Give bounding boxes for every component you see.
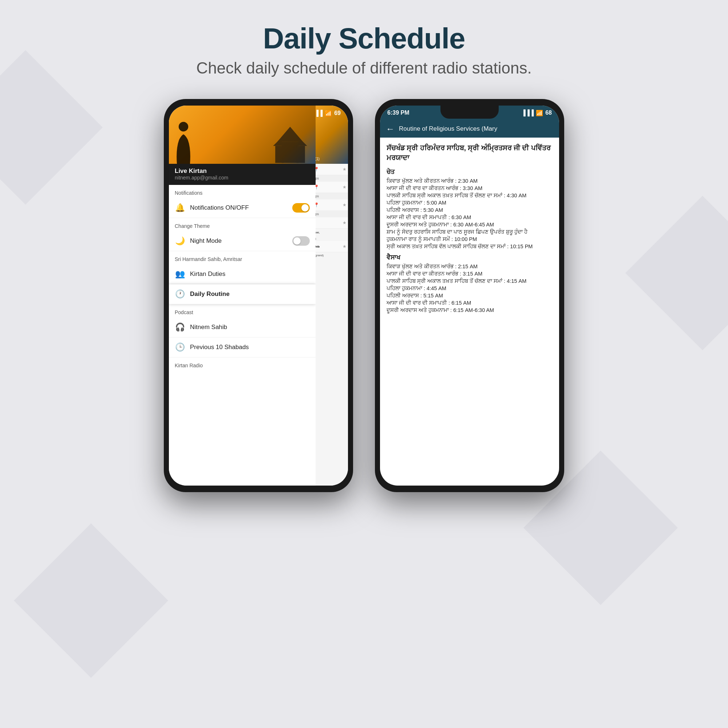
change-theme-label: Change Theme [169, 218, 316, 231]
section-heading-0: ਚੇਤ [387, 168, 552, 176]
phone-right-screen: 6:39 PM ▐▐▐ 📶 68 ← Routine of Religious … [380, 106, 559, 486]
schedule-line: ਪਾਲਕੀ ਸਾਹਿਬ ਸ੍ਰੀ ਅਕਾਲ ਤਖ਼ਤ ਸਾਹਿਬ ਤੋਂ ਚੱਲ… [387, 278, 552, 284]
right-status-time: 6:39 PM [387, 110, 409, 116]
svg-rect-14 [297, 146, 305, 163]
phones-container: 6:33 PM ▐▐▐ 📶 69 [0, 92, 728, 499]
svg-rect-12 [275, 146, 284, 163]
section-0-content: ਕਿਵਾੜ ਖੁੱਲਣ ਅਤੇ ਕੀਰਤਨ ਆਰੰਭ : 2:30 AMਆਸਾ … [387, 178, 552, 250]
night-mode-label: Night Mode [190, 237, 222, 245]
bg-decoration-3 [14, 523, 168, 678]
notifications-toggle[interactable] [292, 203, 310, 213]
notifications-toggle-item[interactable]: 🔔 Notifications ON/OFF [169, 198, 316, 218]
night-mode-thumb [294, 237, 301, 245]
drawer-person-silhouette [173, 120, 194, 164]
section-heading-1: ਵੈਸਾਖ [387, 254, 552, 262]
bell-icon: 🔔 [175, 203, 185, 213]
right-wifi-icon: 📶 [536, 110, 543, 116]
page-title: Daily Schedule [0, 22, 728, 55]
schedule-line: ਸ੍ਰੀ ਅਕਾਲ ਤਖ਼ਤ ਸਾਹਿਬ ਵੱਲ ਪਾਲਕੀ ਸਾਹਿਬ ਚੱਲ… [387, 243, 552, 250]
phone-right: 6:39 PM ▐▐▐ 📶 68 ← Routine of Religious … [375, 99, 564, 492]
previous-shabads-label: Previous 10 Shabads [190, 344, 249, 351]
toggle-thumb [301, 204, 309, 211]
schedule-line: ਪਹਿਲਾ ਹੁਕਮਨਾਮਾ : 4:45 AM [387, 285, 552, 292]
schedule-line: ਕਿਵਾੜ ਖੁੱਲਣ ਅਤੇ ਕੀਰਤਨ ਆਰੰਭ : 2:15 AM [387, 263, 552, 270]
schedule-line: ਸ਼ਾਮ ਨੂੰ ਸੋਦਰੁ ਰਹਰਾਸਿ ਸਾਹਿਬ ਦਾ ਪਾਠ ਸੂਰਜ … [387, 229, 552, 235]
right-status-icons: ▐▐▐ 📶 68 [521, 110, 552, 116]
schedule-line: ਆਸਾ ਜੀ ਦੀ ਵਾਰ ਦਾ ਕੀਰਤਨ ਆਰੰਭ : 3:15 AM [387, 271, 552, 277]
previous-shabads-item[interactable]: 🕒 Previous 10 Shabads [169, 337, 316, 358]
drawer-header-image [169, 106, 316, 164]
back-arrow-icon[interactable]: ← [386, 124, 395, 134]
nitnem-sahib-label: Nitnem Sahib [190, 324, 227, 331]
kirtan-duties-label: Kirtan Duties [190, 271, 225, 278]
night-mode-item[interactable]: 🌙 Night Mode [169, 231, 316, 251]
drawer-user-name: Live Kirtan [175, 167, 310, 175]
schedule-line: ਪਹਿਲਾ ਹੁਕਮਨਾਮਾ : 5:00 AM [387, 200, 552, 206]
right-nav-bar: ← Routine of Religious Services (Mary [380, 120, 559, 138]
schedule-line: ਦੂਸਰੀ ਅਰਦਾਸ ਅਤੇ ਹੁਕਮਨਾਮਾ : 6:15 AM-6:30 … [387, 307, 552, 314]
people-icon: 👥 [175, 269, 185, 279]
schedule-line: ਦੂਸਰੀ ਅਰਦਾਸ ਅਤੇ ਹੁਕਮਨਾਮਾ : 6:30 AM-6:45 … [387, 222, 552, 228]
schedule-line: ਆਸਾ ਜੀ ਦੀ ਵਾਰ ਦੀ ਸਮਾਪਤੀ : 6:15 AM [387, 300, 552, 306]
right-signal-icon: ▐▐▐ [521, 110, 534, 116]
schedule-line: ਆਸਾ ਜੀ ਦੀ ਵਾਰ ਦਾ ਕੀਰਤਨ ਆਰੰਭ : 3:30 AM [387, 185, 552, 191]
schedule-line: ਪਹਿਲੀ ਅਰਦਾਸ : 5:15 AM [387, 293, 552, 299]
battery-indicator: 69 [334, 110, 341, 116]
night-mode-toggle[interactable] [292, 236, 310, 246]
right-main-title: ਸੱਚਖੰਡ ਸ੍ਰੀ ਹਰਿਮੰਦਰ ਸਾਹਿਬ, ਸ੍ਰੀ ਅੰਮ੍ਰਿਤਸ… [387, 144, 552, 163]
podcast-section-label: Podcast [169, 304, 316, 317]
notifications-section-label: Notifications [169, 185, 316, 198]
wifi-icon: 📶 [325, 110, 332, 117]
drawer-temple-silhouette [265, 124, 316, 164]
notifications-toggle-label: Notifications ON/OFF [190, 204, 249, 211]
phone-left: 6:33 PM ▐▐▐ 📶 69 [164, 99, 353, 492]
nitnem-sahib-item[interactable]: 🎧 Nitnem Sahib [169, 317, 316, 337]
drawer-menu: Live Kirtan nitnem.app@gmail.com Notific… [169, 106, 316, 486]
schedule-line: ਆਸਾ ਜੀ ਦੀ ਵਾਰ ਦੀ ਸਮਾਪਤੀ : 6:30 AM [387, 214, 552, 220]
right-battery-indicator: 68 [545, 110, 552, 116]
schedule-line: ਪਹਿਲੀ ਅਰਦਾਸ : 5:30 AM [387, 207, 552, 213]
schedule-line: ਕਿਵਾੜ ਖੁੱਲਣ ਅਤੇ ਕੀਰਤਨ ਆਰੰਭ : 2:30 AM [387, 178, 552, 184]
header-section: Daily Schedule Check daily schedule of d… [0, 0, 728, 92]
schedule-line: ਹੁਕਮਨਾਮਾ ਰਾਤ ਨੂੰ ਸਮਾਪਤੀ ਸਮੇਂ : 10:00 PM [387, 236, 552, 242]
harmandir-section-label: Sri Harmandir Sahib, Amritsar [169, 251, 316, 264]
drawer-user-bar: Live Kirtan nitnem.app@gmail.com [169, 164, 316, 185]
kirtan-radio-label: Kirtan Radio [169, 358, 316, 370]
moon-icon: 🌙 [175, 236, 185, 246]
page-subtitle: Check daily schedule of different radio … [0, 59, 728, 77]
schedule-line: ਪਾਲਕੀ ਸਾਹਿਬ ਸ੍ਰੀ ਅਕਾਲ ਤਖ਼ਤ ਸਾਹਿਬ ਤੋਂ ਚੱਲ… [387, 193, 552, 199]
right-content-area: ਸੱਚਖੰਡ ਸ੍ਰੀ ਹਰਿਮੰਦਰ ਸਾਹਿਬ, ਸ੍ਰੀ ਅੰਮ੍ਰਿਤਸ… [380, 138, 559, 477]
daily-routine-item[interactable]: 🕐 Daily Routine [169, 284, 316, 304]
bg-list-area: (1) 📍 ★ ops 📍 ★ ops 📍 ★ ops ★ [312, 106, 348, 486]
kirtan-duties-item[interactable]: 👥 Kirtan Duties [169, 264, 316, 284]
section-1-content: ਕਿਵਾੜ ਖੁੱਲਣ ਅਤੇ ਕੀਰਤਨ ਆਰੰਭ : 2:15 AMਆਸਾ … [387, 263, 552, 314]
clock-icon: 🕐 [175, 289, 185, 299]
phone-left-screen: 6:33 PM ▐▐▐ 📶 69 [169, 106, 348, 486]
history-icon: 🕒 [175, 343, 185, 352]
daily-routine-label: Daily Routine [190, 291, 230, 298]
headphones-icon: 🎧 [175, 323, 185, 332]
drawer-user-email: nitnem.app@gmail.com [175, 175, 310, 180]
phone-right-notch [440, 106, 499, 119]
svg-point-9 [179, 122, 188, 132]
right-nav-title: Routine of Religious Services (Mary [399, 125, 497, 133]
svg-marker-11 [277, 127, 303, 142]
